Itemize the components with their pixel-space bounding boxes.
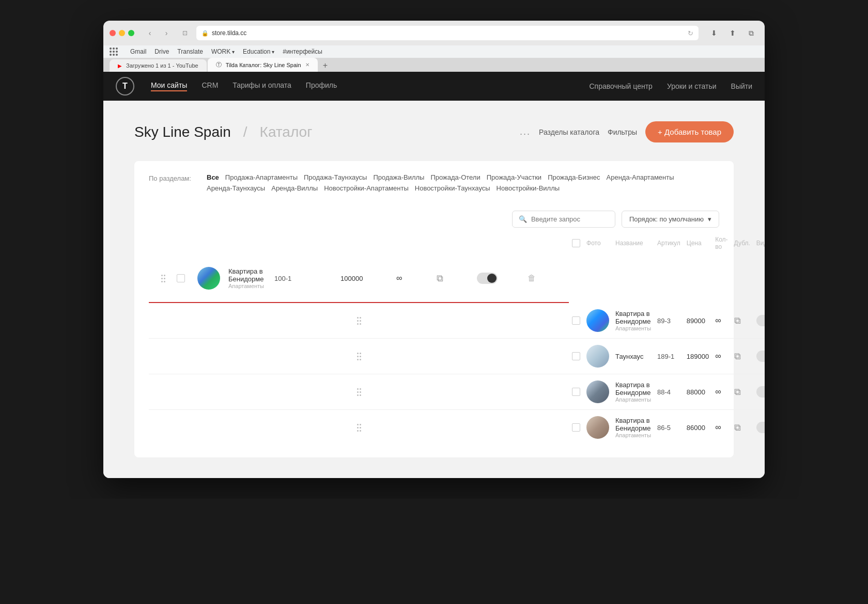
close-button[interactable] <box>110 30 116 36</box>
nav-lessons[interactable]: Уроки и статьи <box>667 82 717 90</box>
search-box[interactable]: 🔍 <box>512 211 615 228</box>
row-5-name-cell[interactable]: Квартира в Бенидорме Апартаменты <box>612 410 654 446</box>
row-1-visibility[interactable] <box>474 266 520 290</box>
duplicate-icon-1[interactable]: ⧉ <box>437 273 443 283</box>
reload-icon[interactable]: ↻ <box>688 29 693 37</box>
visibility-toggle-3[interactable] <box>756 351 765 362</box>
row-5-dup[interactable]: ⧉ <box>731 410 753 446</box>
nav-profile[interactable]: Профиль <box>306 81 337 91</box>
visibility-toggle-2[interactable] <box>756 315 765 326</box>
row-1-name-cell[interactable]: Квартира в Бенидорме Апартаменты <box>225 261 267 295</box>
google-toolbar-links: Gmail Drive Translate WORK Education #ин… <box>130 48 322 55</box>
product-price-3: 189000 <box>687 353 709 360</box>
filter-tag-sale-biz[interactable]: Прожада-Бизнес <box>548 173 600 181</box>
product-price-2: 89000 <box>687 317 705 325</box>
add-product-button[interactable]: + Добавить товар <box>645 121 734 142</box>
nav-tariffs[interactable]: Тарифы и оплата <box>233 81 291 91</box>
product-name-1: Квартира в Бенидорме <box>228 267 264 283</box>
drag-handle-5[interactable] <box>149 410 569 446</box>
tilda-tab[interactable]: Ⓣ Tilda Каталог: Sky Line Spain ✕ <box>208 58 318 72</box>
download-button[interactable]: ⬇ <box>707 27 721 39</box>
visibility-toggle-4[interactable] <box>756 386 765 398</box>
filter-tag-rent-villa[interactable]: Аренда-Виллы <box>271 184 318 192</box>
share-button[interactable]: ⬆ <box>725 27 740 39</box>
drag-handle-4[interactable] <box>149 374 569 410</box>
filter-tag-all[interactable]: Все <box>207 173 219 181</box>
col-drag <box>149 232 569 255</box>
address-bar[interactable]: 🔒 store.tilda.cc ↻ <box>196 26 699 40</box>
youtube-tab[interactable]: ▶ Загружено 1 из 1 - YouTube <box>110 59 207 72</box>
row-4-visibility[interactable] <box>753 374 765 410</box>
filters-button[interactable]: Фильтры <box>608 128 637 136</box>
row-1-dup[interactable]: ⧉ <box>433 267 470 290</box>
duplicate-icon-4[interactable]: ⧉ <box>734 387 741 397</box>
drive-link[interactable]: Drive <box>154 48 169 55</box>
row-2-checkbox[interactable] <box>569 303 583 339</box>
filter-tag-rent-apt[interactable]: Аренда-Апартаменты <box>607 173 674 181</box>
duplicate-icon-2[interactable]: ⧉ <box>734 315 741 326</box>
product-sku-4: 88-4 <box>657 388 671 396</box>
filter-tag-new-town[interactable]: Новостройки-Таунхаусы <box>415 184 490 192</box>
row-3-dup[interactable]: ⧉ <box>731 339 753 374</box>
sections-button[interactable]: Разделы каталога <box>539 128 599 136</box>
row-2-visibility[interactable] <box>753 303 765 339</box>
filter-tag-new-apt[interactable]: Новостройки-Апартаменты <box>324 184 409 192</box>
row-3-visibility[interactable] <box>753 339 765 374</box>
row-5-checkbox[interactable] <box>569 410 583 446</box>
table-row: Квартира в Бенидорме Апартаменты 86-5 86… <box>149 410 765 446</box>
col-price-header: Цена <box>684 232 712 255</box>
drag-handle-1[interactable] <box>157 268 169 289</box>
filter-tag-new-villa[interactable]: Новостройки-Виллы <box>497 184 560 192</box>
row-1-checkbox[interactable] <box>174 268 190 289</box>
search-input[interactable] <box>531 215 609 223</box>
visibility-toggle-1[interactable] <box>477 273 498 284</box>
duplicate-icon-5[interactable]: ⧉ <box>734 422 741 433</box>
interfaces-link[interactable]: #интерфейсы <box>283 48 322 55</box>
filter-tag-sale-hotels[interactable]: Прожада-Отели <box>430 173 480 181</box>
youtube-tab-title: Загружено 1 из 1 - YouTube <box>126 62 198 69</box>
row-3-checkbox[interactable] <box>569 339 583 374</box>
nav-help[interactable]: Справочный центр <box>589 82 652 90</box>
google-apps-icon[interactable] <box>110 47 118 56</box>
filter-tag-rent-town[interactable]: Аренда-Таунхаусы <box>207 184 265 192</box>
product-qty-5: ∞ <box>715 423 721 432</box>
product-sku-5: 86-5 <box>657 424 671 432</box>
minimize-button[interactable] <box>119 30 125 36</box>
gmail-link[interactable]: Gmail <box>130 48 146 55</box>
more-button[interactable]: ... <box>520 126 531 137</box>
row-4-name-cell[interactable]: Квартира в Бенидорме Апартаменты <box>612 374 654 410</box>
visibility-toggle-5[interactable] <box>756 422 765 433</box>
filter-tag-sale-town[interactable]: Продажа-Таунхаусы <box>304 173 367 181</box>
drag-handle-2[interactable] <box>149 303 569 339</box>
row-2-dup[interactable]: ⧉ <box>731 303 753 339</box>
nav-crm[interactable]: CRM <box>202 81 218 91</box>
nav-my-sites[interactable]: Мои сайты <box>151 81 187 91</box>
translate-link[interactable]: Translate <box>177 48 203 55</box>
row-5-visibility[interactable] <box>753 410 765 446</box>
select-all-checkbox[interactable] <box>572 239 580 247</box>
filter-tag-sale-apt[interactable]: Продажа-Апартаменты <box>225 173 298 181</box>
nav-logout[interactable]: Выйти <box>731 82 752 90</box>
work-link[interactable]: WORK <box>211 48 235 55</box>
order-select[interactable]: Порядок: по умолчанию ▾ <box>622 211 719 228</box>
drag-handle-3[interactable] <box>149 339 569 374</box>
back-button[interactable]: ‹ <box>143 27 157 39</box>
filter-tag-sale-plots[interactable]: Прожада-Участки <box>487 173 541 181</box>
row-4-checkbox[interactable] <box>569 374 583 410</box>
row-2-name-cell[interactable]: Квартира в Бенидорме Апартаменты <box>612 303 654 339</box>
duplicate-icon-3[interactable]: ⧉ <box>734 351 741 361</box>
new-tab-button[interactable]: + <box>319 59 332 72</box>
filter-tag-sale-villas[interactable]: Продажа-Виллы <box>373 173 424 181</box>
row-1-delete[interactable]: 🗑 <box>524 267 561 289</box>
tab-switcher-button[interactable]: ⊡ <box>178 27 192 39</box>
new-tab-action-button[interactable]: ⧉ <box>744 27 758 39</box>
row-4-dup[interactable]: ⧉ <box>731 374 753 410</box>
education-link[interactable]: Education <box>243 48 274 55</box>
tilda-tab-close[interactable]: ✕ <box>305 62 309 68</box>
product-category-5: Апартаменты <box>615 432 651 438</box>
row-3-name-cell[interactable]: Таунхаус <box>612 339 654 374</box>
forward-button[interactable]: › <box>159 27 174 39</box>
delete-button-1[interactable]: 🗑 <box>528 274 536 283</box>
maximize-button[interactable] <box>128 30 134 36</box>
tilda-logo[interactable]: T <box>116 77 134 96</box>
